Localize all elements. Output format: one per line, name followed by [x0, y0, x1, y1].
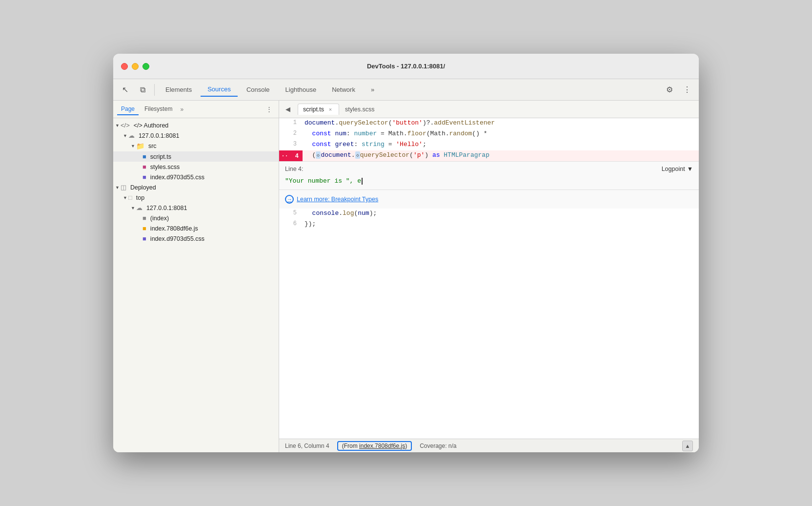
tree-item-index-css-authored[interactable]: ■ index.d9703d55.css — [113, 172, 279, 182]
line-content-3: const greet: string = 'Hello'; — [303, 140, 699, 150]
line-content-1: document.querySelector('button')?.addEve… — [303, 118, 699, 129]
cursor-icon-button[interactable]: ↖ — [117, 82, 133, 98]
tree-item-index-css-deployed[interactable]: ■ index.d9703d55.css — [113, 233, 279, 244]
panel-tab-page[interactable]: Page — [117, 104, 139, 115]
line-content-6: }); — [303, 219, 699, 230]
status-right: ▲ — [682, 441, 693, 451]
status-coverage: Coverage: n/a — [420, 443, 456, 449]
tree-item-deployed[interactable]: ▼ ◫ Deployed — [113, 182, 279, 192]
code-area[interactable]: 1 document.querySelector('button')?.addE… — [279, 118, 699, 439]
editor-tab-styles-scss[interactable]: styles.scss — [340, 104, 379, 115]
traffic-lights — [121, 63, 149, 70]
tab-console[interactable]: Console — [240, 83, 277, 96]
panel-tab-filesystem[interactable]: Filesystem — [141, 104, 176, 115]
line-num-5: 5 — [279, 209, 303, 219]
panel-more-button[interactable]: ⋮ — [263, 104, 275, 115]
devtools-window: DevTools - 127.0.0.1:8081/ ↖ ⧉ Elements … — [113, 54, 699, 452]
learn-more-circle-arrow-icon: → — [285, 195, 294, 204]
tree-item-styles-scss[interactable]: ■ styles.scss — [113, 162, 279, 172]
tree-label-deployed: Deployed — [130, 184, 156, 191]
status-bar: Line 6, Column 4 (From index.7808df6e.js… — [279, 439, 699, 452]
scss-file-icon-styles: ■ — [142, 163, 146, 170]
tree-label-server1: 127.0.0.1:8081 — [139, 132, 179, 139]
breakpoint-marker-q: ⬦ — [355, 151, 360, 159]
tree-label-index-css-deployed: index.d9703d55.css — [150, 235, 204, 242]
tree-arrow-deployed: ▼ — [115, 185, 120, 190]
editor-tab-label-styles-scss: styles.scss — [345, 106, 374, 113]
code-line-2: 2 const num: number = Math.floor(Math.ra… — [279, 129, 699, 140]
status-source-link[interactable]: index.7808df6e.js — [359, 443, 405, 449]
close-button[interactable] — [121, 63, 128, 70]
tree-item-script-ts[interactable]: ■ script.ts — [113, 151, 279, 162]
tree-item-src[interactable]: ▼ 📁 src — [113, 141, 279, 151]
status-source-box: (From index.7808df6e.js) — [337, 441, 412, 451]
line-content-4: (⬦document.⬦querySelector('p') as HTMLPa… — [303, 150, 699, 161]
logpoint-type-dropdown[interactable]: Logpoint ▼ — [662, 166, 693, 172]
toolbar-divider — [154, 84, 155, 96]
tab-elements[interactable]: Elements — [159, 83, 199, 96]
panel-tab-more[interactable]: » — [178, 105, 185, 114]
editor-tab-label-script-ts: script.ts — [303, 106, 324, 113]
more-options-button[interactable]: ⋮ — [679, 82, 695, 98]
ts-file-icon-script: ■ — [142, 153, 146, 160]
code-line-4: 4 ·· (⬦document.⬦querySelector('p') as H… — [279, 150, 699, 161]
folder-icon-top: □ — [128, 194, 132, 201]
toolbar-right: ⚙ ⋮ — [662, 82, 695, 98]
learn-more-text: Learn more: Breakpoint Types — [297, 196, 378, 203]
logpoint-badge: ·· — [279, 150, 291, 161]
tree-label-script-ts: script.ts — [150, 153, 171, 160]
layers-icon-button[interactable]: ⧉ — [135, 82, 150, 98]
line-num-1: 1 — [279, 118, 303, 129]
dropdown-icon: ▼ — [687, 166, 693, 172]
tab-network[interactable]: Network — [325, 83, 362, 96]
js-file-icon-index: ■ — [142, 225, 146, 232]
tree-arrow-authored: ▼ — [115, 123, 120, 128]
settings-button[interactable]: ⚙ — [662, 82, 677, 98]
toolbar: ↖ ⧉ Elements Sources Console Lighthouse … — [113, 79, 699, 101]
tree-label-top: top — [136, 194, 144, 201]
editor-tabs: ◀ script.ts × styles.scss — [279, 101, 699, 118]
code-line-5: 5 console.log(num); — [279, 209, 699, 219]
tree-label-src: src — [148, 143, 157, 149]
tree-item-server2[interactable]: ▼ ☁ 127.0.0.1:8081 — [113, 203, 279, 213]
main-content: Page Filesystem » ⋮ ▼ </> </> Authored — [113, 101, 699, 452]
css-file-icon-index-deployed: ■ — [142, 235, 146, 242]
minimize-button[interactable] — [132, 63, 139, 70]
tab-sources[interactable]: Sources — [201, 83, 238, 97]
status-position: Line 6, Column 4 — [285, 443, 329, 449]
code-line-1: 1 document.querySelector('button')?.addE… — [279, 118, 699, 129]
editor-tab-close-script-ts[interactable]: × — [327, 106, 334, 113]
code-line-6: 6 }); — [279, 219, 699, 230]
tree-label-index-js: index.7808df6e.js — [150, 225, 198, 232]
box-icon-deployed: ◫ — [121, 184, 126, 191]
panel-toggle-button[interactable]: ◀ — [281, 103, 295, 116]
css-file-icon-index-authored: ■ — [142, 173, 146, 181]
line-num-3: 3 — [279, 140, 303, 150]
tree-label-index-css-authored: index.d9703d55.css — [150, 174, 204, 181]
line-num-6: 6 — [279, 219, 303, 230]
learn-more-section: → Learn more: Breakpoint Types — [279, 190, 699, 209]
panel-toggle-icon: ◀ — [285, 105, 290, 113]
line-content-2: const num: number = Math.floor(Math.rand… — [303, 129, 699, 140]
tree-item-authored[interactable]: ▼ </> </> Authored — [113, 120, 279, 130]
panel-tabs: Page Filesystem » ⋮ — [113, 101, 279, 118]
tab-more[interactable]: » — [364, 83, 381, 96]
maximize-button[interactable] — [142, 63, 149, 70]
code-line-3: 3 const greet: string = 'Hello'; — [279, 140, 699, 150]
titlebar: DevTools - 127.0.0.1:8081/ — [113, 54, 699, 79]
tab-lighthouse[interactable]: Lighthouse — [279, 83, 324, 96]
breakpoint-marker-p: ⬦ — [316, 151, 321, 159]
left-panel: Page Filesystem » ⋮ ▼ </> </> Authored — [113, 101, 279, 452]
tree-item-server1[interactable]: ▼ ☁ 127.0.0.1:8081 — [113, 130, 279, 141]
logpoint-input[interactable]: "Your number is ", e — [285, 176, 693, 186]
editor-tab-script-ts[interactable]: script.ts × — [298, 104, 339, 115]
tree-item-top[interactable]: ▼ □ top — [113, 192, 279, 203]
tree-item-index-js[interactable]: ■ index.7808df6e.js — [113, 223, 279, 233]
window-title: DevTools - 127.0.0.1:8081/ — [367, 63, 445, 70]
tree-label-authored: </> Authored — [134, 122, 169, 129]
tree-item-index-html[interactable]: ■ (index) — [113, 213, 279, 223]
status-arrow-button[interactable]: ▲ — [682, 441, 693, 451]
learn-more-link[interactable]: → Learn more: Breakpoint Types — [285, 195, 693, 204]
panel-tab-actions: ⋮ — [263, 104, 275, 115]
text-cursor — [362, 178, 363, 185]
